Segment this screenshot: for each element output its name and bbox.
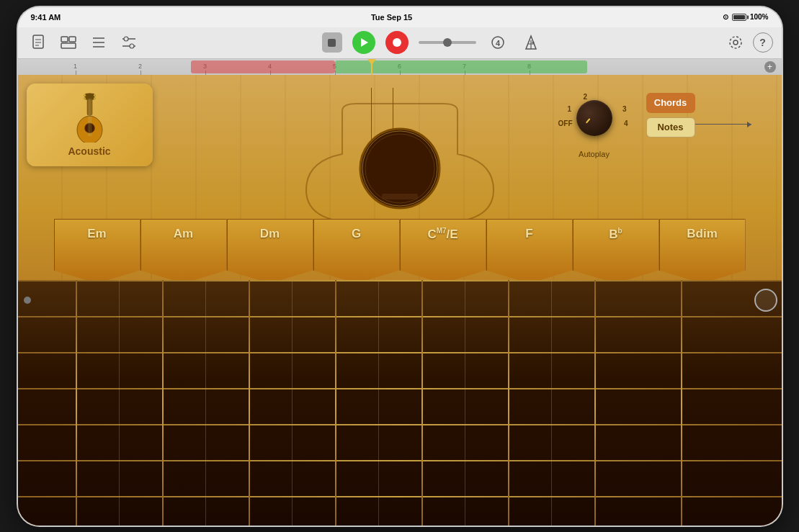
toolbar-left	[27, 31, 140, 54]
string-1	[76, 280, 77, 526]
document-button[interactable]	[27, 31, 50, 54]
side-dot	[24, 297, 31, 304]
autoplay-area: OFF 1 2 3 4 Autoplay	[566, 89, 623, 158]
svg-point-20	[733, 40, 738, 45]
chord-key-bdim[interactable]: Bdim	[659, 219, 746, 284]
chord-key-em[interactable]: Em	[54, 219, 140, 284]
instrument-panel[interactable]: Acoustic	[27, 84, 153, 166]
countin-button[interactable]: 4	[486, 31, 509, 54]
svg-point-11	[124, 37, 128, 41]
string-line-6	[551, 280, 552, 526]
chord-key-f-label: F	[525, 227, 532, 241]
document-icon	[31, 35, 45, 50]
chord-keys: Em Am Dm G CM7/E F Bb Bdim	[18, 219, 782, 284]
chord-key-bdim-label: Bdim	[687, 227, 718, 241]
tick-1: 1	[73, 63, 77, 70]
mode-buttons: Chords Notes	[646, 93, 695, 137]
battery-fill	[733, 15, 745, 19]
status-date: Tue Sep 15	[371, 13, 412, 22]
tick-mark-2	[140, 71, 141, 75]
string-line-2	[205, 280, 206, 526]
autoplay-3-label: 3	[622, 105, 627, 113]
chord-key-am-label: Am	[174, 227, 193, 241]
string-line-4	[378, 280, 379, 526]
ipad-frame: 9:41 AM Tue Sep 15 ⊙ 100%	[18, 7, 782, 526]
chord-key-bb[interactable]: Bb	[573, 219, 659, 284]
help-icon: ?	[759, 37, 766, 48]
toolbar-right: ?	[724, 31, 773, 54]
record-button[interactable]	[385, 31, 409, 54]
battery-icon	[732, 14, 746, 21]
chord-key-dm-label: Dm	[260, 227, 280, 241]
stop-icon	[328, 39, 336, 47]
stop-button[interactable]	[322, 32, 342, 53]
list-button[interactable]	[87, 31, 110, 54]
status-right: ⊙ 100%	[723, 13, 769, 21]
status-bar: 9:41 AM Tue Sep 15 ⊙ 100%	[18, 7, 782, 27]
string-3	[249, 280, 250, 526]
fret-1	[18, 316, 782, 317]
autoplay-1-label: 1	[568, 105, 572, 113]
autoplay-4-label: 4	[624, 120, 628, 127]
chords-button[interactable]: Chords	[646, 93, 695, 113]
chord-key-dm[interactable]: Dm	[227, 219, 313, 284]
play-button[interactable]	[352, 31, 375, 54]
chord-key-f[interactable]: F	[486, 219, 573, 284]
string-7	[594, 280, 596, 526]
svg-rect-4	[61, 37, 68, 42]
toolbar: 4 ?	[18, 27, 782, 59]
chord-key-cme[interactable]: CM7/E	[400, 219, 486, 284]
callout-arrowhead	[747, 122, 751, 127]
chord-key-am[interactable]: Am	[140, 219, 227, 284]
autoplay-label: Autoplay	[579, 150, 610, 158]
svg-rect-5	[69, 37, 76, 42]
fretboard	[18, 280, 782, 526]
metronome-button[interactable]	[519, 31, 543, 54]
svg-point-26	[93, 94, 96, 97]
chord-key-g-label: G	[352, 227, 361, 241]
knob-container: OFF 1 2 3 4	[566, 89, 623, 147]
settings-button[interactable]	[724, 31, 747, 54]
tempo-slider[interactable]	[419, 41, 476, 44]
string-8	[681, 280, 682, 526]
svg-rect-6	[61, 43, 76, 48]
list-icon	[91, 36, 106, 49]
play-icon	[361, 38, 368, 47]
guitar-icon	[70, 92, 110, 143]
string-line-5	[465, 280, 465, 526]
svg-point-27	[93, 97, 96, 100]
chord-key-g[interactable]: G	[313, 219, 400, 284]
guitar-body-art	[299, 96, 501, 226]
fret-3	[18, 388, 782, 389]
svg-point-21	[730, 37, 741, 48]
timeline[interactable]: 1 2 3 4 5 6 7 8 +	[18, 59, 782, 75]
home-button[interactable]	[754, 289, 777, 312]
chord-key-em-label: Em	[87, 227, 106, 241]
fret-6	[18, 496, 782, 497]
fret-4	[18, 424, 782, 425]
toolbar-center: 4	[146, 31, 718, 54]
timeline-add-button[interactable]: +	[764, 61, 776, 73]
notes-button[interactable]: Notes	[646, 117, 695, 137]
autoplay-2-label: 2	[584, 93, 588, 101]
help-button[interactable]: ?	[753, 32, 773, 53]
guitar-soundhole-svg	[299, 96, 501, 226]
main-content: Acoustic OFF 1 2	[18, 75, 782, 526]
settings-icon	[728, 35, 743, 50]
mixer-button[interactable]	[117, 31, 140, 54]
layers-icon	[61, 36, 76, 49]
svg-point-24	[83, 94, 86, 97]
svg-point-19	[532, 42, 534, 44]
svg-point-25	[83, 97, 86, 100]
layers-button[interactable]	[57, 31, 80, 54]
playhead[interactable]	[371, 59, 372, 75]
mixer-icon	[121, 36, 137, 49]
wifi-icon: ⊙	[723, 13, 728, 21]
knob-indicator	[585, 118, 590, 123]
autoplay-knob[interactable]	[576, 100, 612, 136]
string-line-1	[119, 280, 120, 526]
record-icon	[393, 38, 401, 47]
string-2	[162, 280, 164, 526]
string-6	[508, 280, 509, 526]
fret-top	[18, 280, 782, 281]
